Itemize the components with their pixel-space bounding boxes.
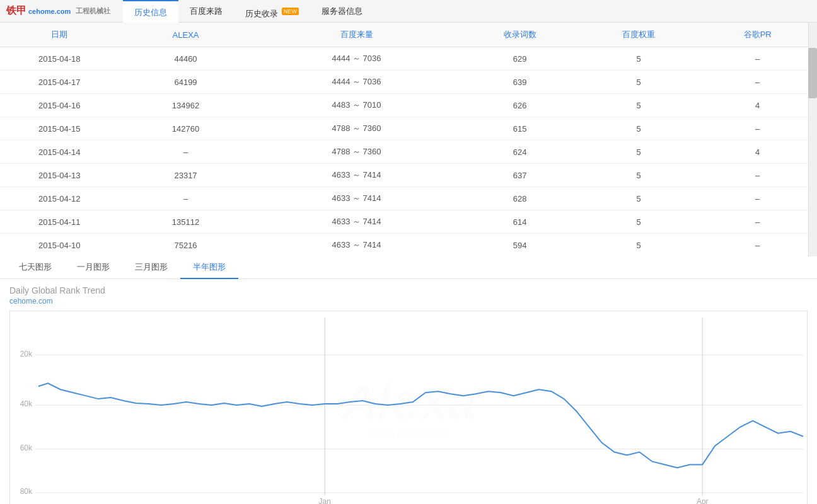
cell-alexa: 23317 xyxy=(119,164,253,187)
table-row: 2015-04-15 142760 4788 ～ 7360 615 5 – xyxy=(0,117,817,140)
svg-text:Jan: Jan xyxy=(319,497,331,504)
cell-pr: 4 xyxy=(698,94,817,117)
cell-date: 2015-04-14 xyxy=(0,140,119,164)
cell-baidu: 4633 ～ 7414 xyxy=(253,187,461,210)
col-header-weight: 百度权重 xyxy=(579,23,698,47)
cell-weight: 5 xyxy=(579,94,698,117)
new-badge: NEW xyxy=(282,8,299,15)
cell-words: 639 xyxy=(460,71,579,94)
cell-words: 624 xyxy=(460,140,579,164)
cell-words: 626 xyxy=(460,94,579,117)
cell-baidu: 4633 ～ 7414 xyxy=(253,164,461,187)
cell-pr: – xyxy=(698,187,817,210)
cell-baidu: 4788 ～ 7360 xyxy=(253,117,461,140)
scrollbar-thumb[interactable] xyxy=(808,48,817,98)
cell-words: 615 xyxy=(460,117,579,140)
cell-pr: – xyxy=(698,164,817,187)
cell-alexa: 142760 xyxy=(119,117,253,140)
svg-text:Apr: Apr xyxy=(697,497,709,504)
cell-baidu: 4633 ～ 7414 xyxy=(253,210,461,234)
history-table: 日期 ALEXA 百度来量 收录词数 百度权重 谷歌PR 2015-04-18 … xyxy=(0,23,817,256)
cell-words: 637 xyxy=(460,164,579,187)
logo-subtitle: cehome.com xyxy=(28,8,71,15)
table-row: 2015-04-11 135112 4633 ～ 7414 614 5 – xyxy=(0,210,817,234)
cell-words: 594 xyxy=(460,234,579,257)
logo-icon: 铁甲 xyxy=(6,4,26,18)
cell-weight: 5 xyxy=(579,140,698,164)
cell-date: 2015-04-12 xyxy=(0,187,119,210)
data-table-wrapper: 日期 ALEXA 百度来量 收录词数 百度权重 谷歌PR 2015-04-18 … xyxy=(0,23,817,256)
cell-date: 2015-04-13 xyxy=(0,164,119,187)
chart-tab-3month[interactable]: 三月图形 xyxy=(122,256,180,279)
table-row: 2015-04-18 44460 4444 ～ 7036 629 5 – xyxy=(0,47,817,71)
table-row: 2015-04-12 – 4633 ～ 7414 628 5 – xyxy=(0,187,817,210)
top-nav: 铁甲 cehome.com 工程机械社 历史信息 百度来路 历史收录 NEW 服… xyxy=(0,0,817,23)
col-header-words: 收录词数 xyxy=(460,23,579,47)
col-header-date: 日期 xyxy=(0,23,119,47)
cell-alexa: – xyxy=(119,187,253,210)
cell-pr: – xyxy=(698,47,817,71)
cell-weight: 5 xyxy=(579,164,698,187)
col-header-alexa: ALEXA xyxy=(119,23,253,47)
cell-pr: – xyxy=(698,71,817,94)
cell-words: 614 xyxy=(460,210,579,234)
cell-date: 2015-04-18 xyxy=(0,47,119,71)
table-row: 2015-04-14 – 4788 ～ 7360 624 5 4 xyxy=(0,140,817,164)
svg-text:20k: 20k xyxy=(20,350,32,358)
svg-text:40k: 40k xyxy=(20,399,32,408)
site-logo: 铁甲 cehome.com 工程机械社 xyxy=(6,4,110,18)
cell-pr: – xyxy=(698,117,817,140)
cell-alexa: – xyxy=(119,140,253,164)
cell-date: 2015-04-17 xyxy=(0,71,119,94)
table-row: 2015-04-10 75216 4633 ～ 7414 594 5 – xyxy=(0,234,817,257)
cell-alexa: 64199 xyxy=(119,71,253,94)
cell-alexa: 75216 xyxy=(119,234,253,257)
cell-baidu: 4483 ～ 7010 xyxy=(253,94,461,117)
cell-date: 2015-04-10 xyxy=(0,234,119,257)
cell-pr: – xyxy=(698,210,817,234)
nav-tab-records[interactable]: 历史收录 NEW xyxy=(234,0,310,23)
cell-alexa: 44460 xyxy=(119,47,253,71)
logo-extra: 工程机械社 xyxy=(76,6,110,16)
cell-baidu: 4444 ～ 7036 xyxy=(253,47,461,71)
chart-tab-1month[interactable]: 一月图形 xyxy=(64,256,122,279)
chart-title: Daily Global Rank Trend xyxy=(9,285,808,295)
chart-svg: 20k 40k 60k 80k Jan Apr xyxy=(10,311,807,504)
cell-date: 2015-04-16 xyxy=(0,94,119,117)
cell-alexa: 135112 xyxy=(119,210,253,234)
svg-text:60k: 60k xyxy=(20,444,32,452)
cell-date: 2015-04-15 xyxy=(0,117,119,140)
cell-pr: 4 xyxy=(698,140,817,164)
chart-area: Daily Global Rank Trend cehome.com Alexa… xyxy=(0,279,817,504)
nav-tabs: 历史信息 百度来路 历史收录 NEW 服务器信息 xyxy=(123,0,374,23)
cell-words: 629 xyxy=(460,47,579,71)
cell-baidu: 4788 ～ 7360 xyxy=(253,140,461,164)
cell-weight: 5 xyxy=(579,210,698,234)
cell-date: 2015-04-11 xyxy=(0,210,119,234)
cell-weight: 5 xyxy=(579,234,698,257)
table-row: 2015-04-16 134962 4483 ～ 7010 626 5 4 xyxy=(0,94,817,117)
nav-tab-history[interactable]: 历史信息 xyxy=(123,0,178,23)
cell-alexa: 134962 xyxy=(119,94,253,117)
cell-baidu: 4633 ～ 7414 xyxy=(253,234,461,257)
svg-text:80k: 80k xyxy=(20,487,32,496)
chart-subtitle: cehome.com xyxy=(9,297,808,306)
cell-words: 628 xyxy=(460,187,579,210)
scrollbar[interactable] xyxy=(808,23,817,256)
nav-tab-server[interactable]: 服务器信息 xyxy=(310,0,374,23)
cell-pr: – xyxy=(698,234,817,257)
cell-baidu: 4444 ～ 7036 xyxy=(253,71,461,94)
chart-tab-7day[interactable]: 七天图形 xyxy=(6,256,64,279)
cell-weight: 5 xyxy=(579,47,698,71)
chart-tabs: 七天图形 一月图形 三月图形 半年图形 xyxy=(0,256,817,279)
cell-weight: 5 xyxy=(579,71,698,94)
table-row: 2015-04-17 64199 4444 ～ 7036 639 5 – xyxy=(0,71,817,94)
nav-tab-baidu[interactable]: 百度来路 xyxy=(178,0,234,23)
cell-weight: 5 xyxy=(579,187,698,210)
chart-container: Alexa www.alexa.com 20k 40k 60k 80k Jan … xyxy=(9,311,808,504)
table-row: 2015-04-13 23317 4633 ～ 7414 637 5 – xyxy=(0,164,817,187)
cell-weight: 5 xyxy=(579,117,698,140)
col-header-pr: 谷歌PR xyxy=(698,23,817,47)
chart-tab-6month[interactable]: 半年图形 xyxy=(180,256,238,279)
col-header-baidu: 百度来量 xyxy=(253,23,461,47)
